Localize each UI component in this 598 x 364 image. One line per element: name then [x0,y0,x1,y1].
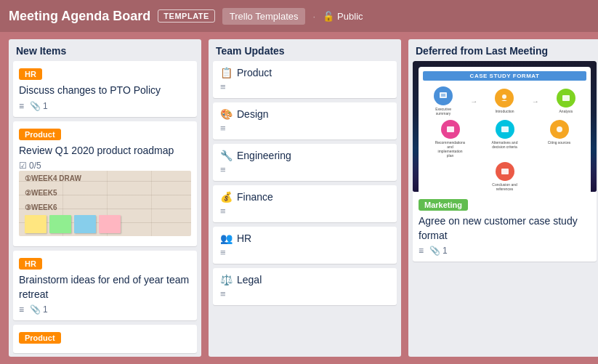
trello-templates-label: Trello Templates [230,11,299,22]
list-content-team-updates: 📋 Product ≡ 🎨 Design ≡ 🔧 Engineering ≡ [209,61,401,357]
circle-4 [441,120,460,139]
attachment-count-2: 1 [43,304,48,315]
svg-point-7 [557,126,562,132]
circle-label-4: Recommendations and implementation plan [435,140,466,158]
list-title-team-updates: Team Updates [209,39,401,61]
circle-2 [495,89,514,108]
card-label-product: Product [19,129,61,140]
list-content-deferred: CASE STUDY FORMAT Executive summary → [408,61,598,357]
diagram-item-4: Recommendations and implementation plan [435,120,466,158]
card-sub-hr: ≡ [220,247,389,258]
svg-rect-6 [501,126,509,132]
public-label: Public [337,11,363,22]
card-legal-team[interactable]: ⚖️ Legal ≡ [213,268,397,305]
attachment-count: 1 [43,101,48,111]
diagram-row-3: Conclusion and references [423,161,586,192]
product-icon: 📋 [220,67,233,78]
svg-rect-0 [440,92,447,98]
card-product-roadmap[interactable]: Product Review Q1 2020 product roadmap ☑… [13,121,197,247]
engineering-label: Engineering [237,150,291,161]
circle-icon-4 [445,124,456,134]
card-hr-team[interactable]: 👥 HR ≡ [213,227,397,264]
svg-point-3 [502,94,506,99]
card-product-partial[interactable]: Product [13,325,197,353]
card-label-hr: HR [19,68,42,80]
board-header: Meeting Agenda Board TEMPLATE Trello Tem… [0,0,598,32]
card-team-retreat[interactable]: HR Brainstorm ideas for end of year team… [13,251,197,320]
circle-icon-5 [500,124,510,134]
diagram-item-6: Citing sources [544,120,575,158]
attachment-case: 📎 1 [429,246,448,256]
card-title-product-team: 📋 Product [220,67,389,78]
diagram-row-2: Recommendations and implementation plan … [423,118,586,161]
trello-templates-button[interactable]: Trello Templates [222,8,306,25]
card-sub-legal: ≡ [220,288,389,299]
svg-rect-5 [447,126,454,132]
card-body-case-study: Marketing Agree on new customer case stu… [413,192,597,262]
circle-6 [550,120,569,139]
list-icon-case: ≡ [419,246,424,256]
card-title-roadmap: Review Q1 2020 product roadmap [19,144,191,158]
card-image-sticky: ①WEEK4 DRAW ②WEEK5 ③WEEK6 [19,171,191,236]
circle-1 [434,86,453,105]
list-team-updates: Team Updates 📋 Product ≡ 🎨 Design ≡ 🔧 [209,39,401,357]
legal-label: Legal [237,274,262,286]
card-finance-team[interactable]: 💰 Finance ≡ [213,185,397,222]
attachment-item: 📎 1 [30,101,48,111]
diagram-item-3: Analysis [552,89,580,113]
card-title-retreat: Brainstorm ideas for end of year team re… [19,273,191,302]
circle-icon-3 [561,93,571,103]
list-deferred: Deferred from Last Meeting CASE STUDY FO… [408,39,598,357]
case-study-title: CASE STUDY FORMAT [423,71,586,81]
card-label-hr-retreat: HR [19,258,42,270]
card-title-case-study: Agree on new customer case study format [419,214,591,243]
image-text-week4: ①WEEK4 DRAW [25,174,185,182]
card-product-team[interactable]: 📋 Product ≡ [213,61,397,98]
circle-label-6: Citing sources [544,140,575,145]
circle-label-2: Introduction [490,109,518,113]
list-title-new-items: New Items [9,39,201,61]
card-case-study[interactable]: CASE STUDY FORMAT Executive summary → [413,61,597,262]
circle-7 [496,162,514,181]
card-title-pto: Discuss changes to PTO Policy [19,84,191,98]
circle-label-1: Executive summary [429,107,457,116]
card-meta-roadmap: ☑ 0/5 [19,161,191,171]
globe-icon: 🔓 [323,11,334,22]
finance-label: Finance [237,191,273,203]
diagram-item-2: Introduction [490,89,518,113]
circle-icon-1 [438,91,448,101]
list-icon-2: ≡ [19,304,24,315]
circle-icon-7 [500,166,510,177]
card-design-team[interactable]: 🎨 Design ≡ [213,102,397,139]
design-label: Design [237,108,269,120]
diagram-item-7: Conclusion and references [490,162,520,191]
card-title-legal-team: ⚖️ Legal [220,274,389,286]
sticky-note-4 [99,215,121,233]
attachment-retreat: 📎 1 [30,304,48,315]
card-sub-design: ≡ [220,123,389,134]
sticky-note-2 [49,215,71,233]
case-study-box: CASE STUDY FORMAT Executive summary → [419,67,591,192]
template-badge: TEMPLATE [158,9,214,23]
card-pto-policy[interactable]: HR Discuss changes to PTO Policy ≡ 📎 1 [13,61,197,117]
hr-icon: 👥 [220,232,233,244]
card-sub-finance: ≡ [220,206,389,217]
sticky-note-1 [25,215,47,233]
finance-icon: 💰 [220,191,233,203]
diagram-item-5: Alternatives and decision criteria [490,120,520,158]
image-text-week5: ②WEEK5 [25,189,185,197]
card-engineering-team[interactable]: 🔧 Engineering ≡ [213,144,397,181]
attachment-icon-3: 📎 [429,246,440,256]
card-sub-product: ≡ [220,81,389,92]
card-meta-retreat: ≡ 📎 1 [19,304,191,315]
card-image-content: ①WEEK4 DRAW ②WEEK5 ③WEEK6 [19,171,191,236]
circle-icon-6 [554,124,565,134]
sticky-notes [25,215,185,233]
list-icon-3: ≡ [419,246,424,256]
list-new-items: New Items HR Discuss changes to PTO Poli… [9,39,201,357]
list-title-deferred: Deferred from Last Meeting [408,39,598,61]
public-button[interactable]: 🔓 Public [323,11,363,22]
circle-5 [496,120,514,139]
design-icon: 🎨 [220,108,233,120]
card-sub-engineering: ≡ [220,164,389,175]
